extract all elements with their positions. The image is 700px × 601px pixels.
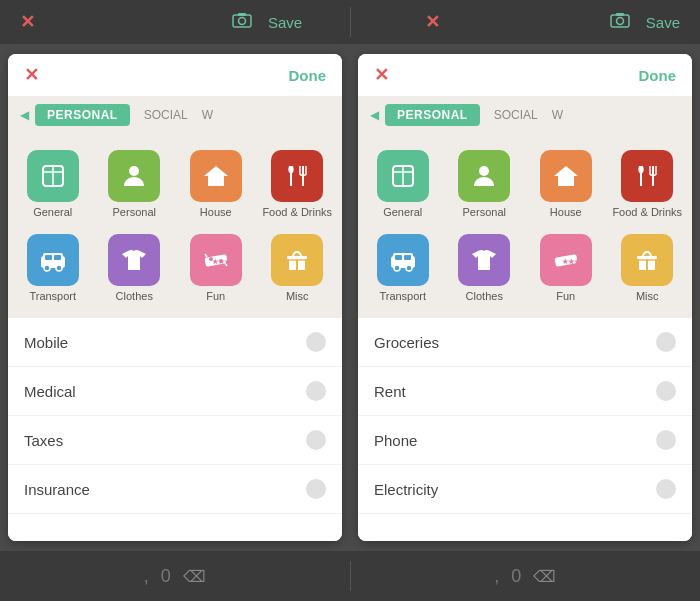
food-label-right: Food & Drinks bbox=[612, 206, 682, 218]
card-right-categories: General Personal House bbox=[358, 134, 692, 318]
category-transport-right[interactable]: Transport bbox=[362, 226, 444, 310]
category-personal-right[interactable]: Personal bbox=[444, 142, 526, 226]
list-item-taxes[interactable]: Taxes bbox=[8, 416, 342, 465]
groceries-radio[interactable] bbox=[656, 332, 676, 352]
insurance-label: Insurance bbox=[24, 481, 90, 498]
bottom-comma-right: , bbox=[494, 566, 499, 587]
svg-rect-21 bbox=[54, 255, 61, 260]
top-bar-close-right[interactable]: ✕ bbox=[425, 11, 440, 33]
camera-icon-left[interactable] bbox=[232, 12, 252, 33]
list-item-rent[interactable]: Rent bbox=[358, 367, 692, 416]
tab-personal-right[interactable]: PERSONAL bbox=[385, 104, 480, 126]
svg-rect-2 bbox=[238, 13, 246, 16]
list-item-electricity[interactable]: Electricity bbox=[358, 465, 692, 514]
backspace-left[interactable]: ⌫ bbox=[183, 567, 206, 586]
card-left-done[interactable]: Done bbox=[289, 67, 327, 84]
transport-label-left: Transport bbox=[29, 290, 76, 302]
insurance-radio[interactable] bbox=[306, 479, 326, 499]
category-food-right[interactable]: Food & Drinks bbox=[607, 142, 689, 226]
card-right-list: Groceries Rent Phone Electricity bbox=[358, 318, 692, 541]
tab-personal-left[interactable]: PERSONAL bbox=[35, 104, 130, 126]
svg-point-4 bbox=[616, 17, 623, 24]
backspace-right[interactable]: ⌫ bbox=[533, 567, 556, 586]
bottom-right: , 0 ⌫ bbox=[351, 566, 701, 587]
svg-point-35 bbox=[479, 166, 489, 176]
category-misc-left[interactable]: Misc bbox=[257, 226, 339, 310]
fun-label-right: Fun bbox=[556, 290, 575, 302]
category-clothes-right[interactable]: Clothes bbox=[444, 226, 526, 310]
category-transport-left[interactable]: Transport bbox=[12, 226, 94, 310]
card-left-list: Mobile Medical Taxes Insurance bbox=[8, 318, 342, 541]
general-label-right: General bbox=[383, 206, 422, 218]
card-left-close[interactable]: ✕ bbox=[24, 64, 39, 86]
clothes-label-right: Clothes bbox=[466, 290, 503, 302]
personal-icon-left bbox=[108, 150, 160, 202]
card-right-done[interactable]: Done bbox=[639, 67, 677, 84]
save-label-right[interactable]: Save bbox=[646, 14, 680, 31]
card-right-close[interactable]: ✕ bbox=[374, 64, 389, 86]
list-item-mobile[interactable]: Mobile bbox=[8, 318, 342, 367]
list-item-groceries[interactable]: Groceries bbox=[358, 318, 692, 367]
category-house-left[interactable]: House bbox=[175, 142, 257, 226]
medical-label: Medical bbox=[24, 383, 76, 400]
category-misc-right[interactable]: Misc bbox=[607, 226, 689, 310]
top-bar-right: Save bbox=[515, 12, 680, 33]
phone-radio[interactable] bbox=[656, 430, 676, 450]
fun-icon-left: ★★★ bbox=[190, 234, 242, 286]
mobile-label: Mobile bbox=[24, 334, 68, 351]
fun-icon-right: ★★★ bbox=[540, 234, 592, 286]
camera-icon-right[interactable] bbox=[610, 12, 630, 33]
svg-rect-53 bbox=[637, 256, 657, 259]
bottom-zero-left: 0 bbox=[161, 566, 171, 587]
house-label-left: House bbox=[200, 206, 232, 218]
personal-label-right: Personal bbox=[463, 206, 506, 218]
rent-radio[interactable] bbox=[656, 381, 676, 401]
house-icon-right bbox=[540, 150, 592, 202]
medical-radio[interactable] bbox=[306, 381, 326, 401]
card-left-categories: General Personal House bbox=[8, 134, 342, 318]
card-right: ✕ Done ◀ PERSONAL SOCIAL W General bbox=[358, 54, 692, 541]
category-personal-left[interactable]: Personal bbox=[94, 142, 176, 226]
category-food-left[interactable]: Food & Drinks bbox=[257, 142, 339, 226]
house-label-right: House bbox=[550, 206, 582, 218]
fun-label-left: Fun bbox=[206, 290, 225, 302]
svg-line-25 bbox=[205, 254, 207, 257]
clothes-label-left: Clothes bbox=[116, 290, 153, 302]
category-house-right[interactable]: House bbox=[525, 142, 607, 226]
tab-arrow-left: ◀ bbox=[20, 108, 29, 122]
top-bar-close-left[interactable]: ✕ bbox=[20, 11, 35, 33]
svg-rect-5 bbox=[616, 13, 624, 16]
mobile-radio[interactable] bbox=[306, 332, 326, 352]
card-right-tabs: ◀ PERSONAL SOCIAL W bbox=[358, 96, 692, 134]
svg-text:★★★: ★★★ bbox=[212, 258, 230, 265]
tab-more-left: W bbox=[202, 108, 213, 122]
tab-social-left[interactable]: SOCIAL bbox=[136, 104, 196, 126]
tab-social-right[interactable]: SOCIAL bbox=[486, 104, 546, 126]
list-item-phone[interactable]: Phone bbox=[358, 416, 692, 465]
rent-label: Rent bbox=[374, 383, 406, 400]
transport-label-right: Transport bbox=[379, 290, 426, 302]
taxes-label: Taxes bbox=[24, 432, 63, 449]
category-fun-left[interactable]: ★★★ Fun bbox=[175, 226, 257, 310]
save-label-left[interactable]: Save bbox=[268, 14, 302, 31]
svg-rect-20 bbox=[45, 255, 52, 260]
misc-icon-right bbox=[621, 234, 673, 286]
svg-rect-47 bbox=[404, 255, 411, 260]
personal-icon-right bbox=[458, 150, 510, 202]
clothes-icon-right bbox=[458, 234, 510, 286]
list-item-medical[interactable]: Medical bbox=[8, 367, 342, 416]
category-clothes-left[interactable]: Clothes bbox=[94, 226, 176, 310]
list-item-insurance[interactable]: Insurance bbox=[8, 465, 342, 514]
transport-icon-left bbox=[27, 234, 79, 286]
bottom-bar: , 0 ⌫ , 0 ⌫ bbox=[0, 551, 700, 601]
phone-label: Phone bbox=[374, 432, 417, 449]
category-general-right[interactable]: General bbox=[362, 142, 444, 226]
category-fun-right[interactable]: ★★★ Fun bbox=[525, 226, 607, 310]
taxes-radio[interactable] bbox=[306, 430, 326, 450]
svg-point-19 bbox=[56, 265, 62, 271]
card-left: ✕ Done ◀ PERSONAL SOCIAL W General bbox=[8, 54, 342, 541]
category-general-left[interactable]: General bbox=[12, 142, 94, 226]
svg-marker-10 bbox=[204, 166, 228, 186]
electricity-radio[interactable] bbox=[656, 479, 676, 499]
card-left-tabs: ◀ PERSONAL SOCIAL W bbox=[8, 96, 342, 134]
